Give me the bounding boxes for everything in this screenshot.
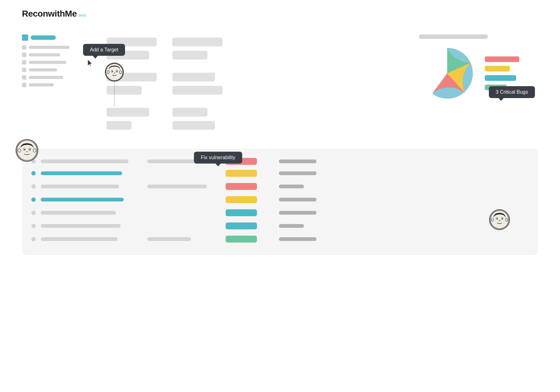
critical-bugs-tooltip[interactable]: 3 Critical Bugs <box>489 86 535 98</box>
pie-chart <box>419 45 475 102</box>
chart-legend <box>485 56 519 90</box>
table-row <box>31 219 529 233</box>
svg-point-13 <box>33 149 36 152</box>
lp-row-4 <box>22 68 88 72</box>
legend-item-high <box>485 66 519 71</box>
svg-point-5 <box>107 71 109 73</box>
svg-point-6 <box>119 71 122 73</box>
lp-row-2 <box>22 53 88 57</box>
svg-point-4 <box>117 71 118 72</box>
table-row <box>31 155 529 167</box>
avatar-pin-top <box>105 63 124 107</box>
lp-row-5 <box>22 75 88 80</box>
lp-blue-square <box>22 34 28 41</box>
avatar-bottom-right <box>489 209 510 230</box>
lp-row-1 <box>22 45 88 50</box>
svg-point-10 <box>24 149 25 150</box>
svg-point-17 <box>497 218 498 219</box>
svg-point-18 <box>502 218 503 219</box>
middle-columns <box>107 31 400 130</box>
svg-point-20 <box>505 218 508 221</box>
add-target-tooltip[interactable]: Add a Target <box>83 44 125 56</box>
lp-blue-pill <box>31 35 56 40</box>
table-row <box>31 180 529 193</box>
svg-point-3 <box>112 71 113 72</box>
lp-gray-sq <box>22 45 26 50</box>
chart-top-bar <box>419 34 488 39</box>
lp-row-3 <box>22 60 88 65</box>
avatar-left-bottom <box>16 139 38 162</box>
svg-point-12 <box>18 149 21 152</box>
top-section: Add a Target <box>22 31 538 130</box>
svg-point-11 <box>29 149 30 150</box>
fix-vulnerability-tooltip[interactable]: Fix vulnerability <box>194 152 242 164</box>
bottom-section: Fix vulnerability <box>22 149 538 255</box>
legend-item-medium <box>485 75 519 81</box>
lp-row-6 <box>22 83 88 87</box>
cursor-icon <box>87 59 93 69</box>
table-row <box>31 193 529 206</box>
right-chart: 3 Critical Bugs <box>419 31 538 130</box>
avatar-top <box>105 63 124 81</box>
table-row <box>31 167 529 180</box>
avatar-bottom-left <box>16 139 38 162</box>
main-content: Add a Target <box>0 19 560 255</box>
avatar-right-bottom <box>489 209 510 230</box>
table-row <box>31 233 529 246</box>
bottom-table <box>22 149 538 255</box>
table-row <box>31 206 529 219</box>
svg-point-19 <box>491 218 494 221</box>
avatar-line <box>114 81 115 107</box>
mid-col-2 <box>172 38 222 130</box>
left-panel-header <box>22 34 88 41</box>
logo-text: ReconwithMe <box>22 9 77 19</box>
left-panel <box>22 31 88 130</box>
header: ReconwithMe beta <box>0 0 560 19</box>
beta-badge: beta <box>79 13 86 18</box>
legend-item-critical <box>485 56 519 62</box>
